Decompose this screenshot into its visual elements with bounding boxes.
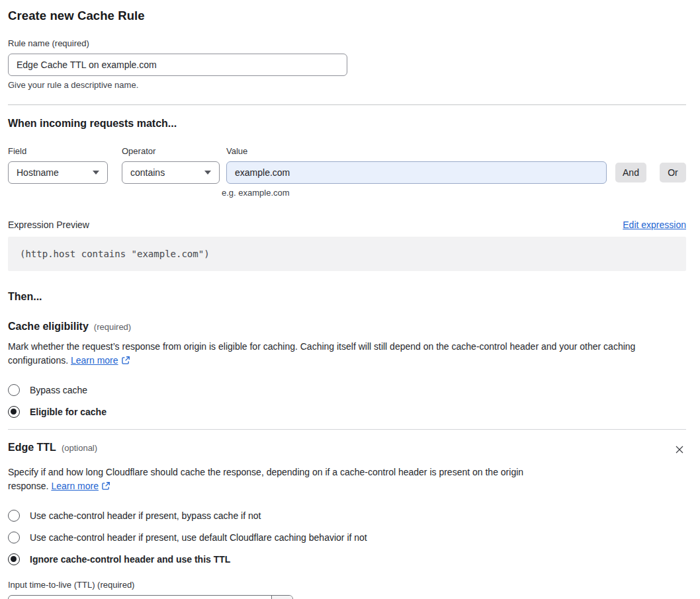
match-heading: When incoming requests match...	[8, 118, 686, 130]
field-label: Field	[8, 146, 108, 156]
cache-eligibility-options: Bypass cache Eligible for cache	[8, 384, 686, 418]
value-input[interactable]	[226, 161, 607, 184]
operator-label: Operator	[122, 146, 220, 156]
expression-preview-label: Expression Preview	[8, 220, 89, 230]
chevron-down-icon	[204, 171, 211, 175]
ttl-input-section: Input time-to-live (TTL) (required) 1 da…	[8, 580, 686, 599]
radio-label[interactable]: Bypass cache	[30, 385, 87, 395]
ttl-dropdown-button[interactable]	[271, 596, 292, 599]
expression-preview-box: (http.host contains "example.com")	[8, 237, 686, 271]
learn-more-link[interactable]: Learn more	[71, 355, 118, 366]
optional-tag: (optional)	[62, 443, 97, 453]
or-button[interactable]: Or	[660, 163, 686, 182]
radio-bypass-cache[interactable]: Bypass cache	[8, 384, 686, 396]
cache-rule-form: Create new Cache Rule Rule name (require…	[0, 0, 700, 599]
edge-ttl-title: Edge TTL	[8, 442, 56, 454]
field-select-value: Hostname	[17, 167, 59, 178]
chevron-down-icon	[93, 171, 99, 175]
divider	[8, 429, 686, 430]
edit-expression-link[interactable]: Edit expression	[623, 220, 686, 230]
edge-ttl-options: Use cache-control header if present, byp…	[8, 510, 686, 565]
radio-ignore-header-ttl[interactable]: Ignore cache-control header and use this…	[8, 553, 686, 565]
ttl-select-value: 1 day	[9, 596, 271, 599]
rule-name-label: Rule name (required)	[8, 38, 686, 48]
learn-more-link[interactable]: Learn more	[51, 481, 99, 491]
radio-icon[interactable]	[8, 384, 20, 396]
value-label: Value	[226, 146, 607, 156]
external-link-icon	[121, 355, 130, 369]
close-icon[interactable]	[673, 443, 686, 458]
radio-label[interactable]: Use cache-control header if present, use…	[30, 532, 367, 543]
then-heading: Then...	[8, 291, 686, 303]
radio-icon[interactable]	[8, 532, 20, 543]
external-link-icon	[101, 481, 110, 495]
ttl-label: Input time-to-live (TTL) (required)	[8, 580, 686, 590]
radio-use-header-default[interactable]: Use cache-control header if present, use…	[8, 532, 686, 543]
radio-icon[interactable]	[8, 406, 20, 418]
radio-eligible-for-cache[interactable]: Eligible for cache	[8, 406, 686, 418]
cache-eligibility-description: Mark whether the request’s response from…	[8, 340, 686, 369]
rule-name-helper: Give your rule a descriptive name.	[8, 80, 686, 90]
radio-use-header-bypass[interactable]: Use cache-control header if present, byp…	[8, 510, 686, 522]
radio-icon[interactable]	[8, 553, 20, 565]
radio-icon[interactable]	[8, 510, 20, 522]
match-condition-row: Field Hostname Operator contains Value A…	[8, 146, 686, 184]
cache-eligibility-header: Cache eligibility (required)	[8, 321, 686, 333]
page-title: Create new Cache Rule	[8, 9, 686, 23]
rule-name-input[interactable]	[8, 54, 347, 76]
cache-eligibility-title: Cache eligibility	[8, 321, 89, 333]
operator-select[interactable]: contains	[122, 161, 220, 184]
radio-label[interactable]: Eligible for cache	[30, 407, 107, 417]
value-helper: e.g. example.com	[222, 188, 686, 198]
operator-select-value: contains	[130, 167, 165, 178]
required-tag: (required)	[94, 322, 131, 332]
ttl-select[interactable]: 1 day	[8, 595, 293, 599]
expression-code: (http.host contains "example.com")	[20, 249, 210, 259]
radio-label[interactable]: Use cache-control header if present, byp…	[30, 510, 261, 521]
rule-name-section: Rule name (required) Give your rule a de…	[8, 38, 686, 90]
edge-ttl-description: Specify if and how long Cloudflare shoul…	[8, 465, 562, 495]
field-select[interactable]: Hostname	[8, 161, 108, 184]
radio-label[interactable]: Ignore cache-control header and use this…	[30, 554, 230, 565]
and-button[interactable]: And	[615, 163, 646, 182]
expression-preview-header: Expression Preview Edit expression	[8, 220, 686, 230]
edge-ttl-header: Edge TTL (optional)	[8, 442, 686, 458]
divider	[8, 104, 686, 105]
